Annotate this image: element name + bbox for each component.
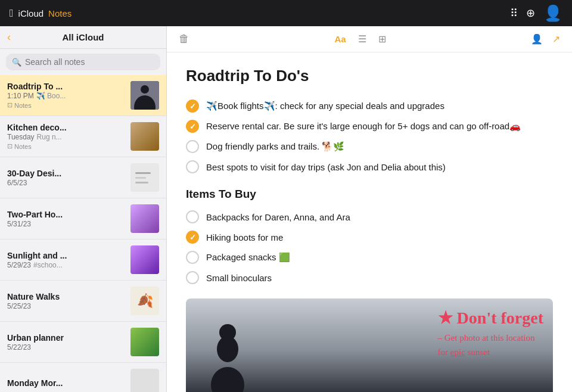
folder-name: Notes: [14, 102, 32, 109]
sidebar: ‹ All iCloud 🔍 Roadtrip To ...1:10 PM ✈️…: [0, 26, 167, 392]
topbar-left:  iCloud Notes: [10, 7, 72, 20]
icloud-label: iCloud: [18, 8, 44, 18]
note-item-content: Two-Part Ho...5/31/23: [7, 210, 125, 228]
svg-point-1: [141, 85, 149, 94]
checkbox-8[interactable]: [186, 271, 199, 284]
note-list-item[interactable]: Urban planner5/22/23: [0, 322, 166, 363]
items-to-buy-title: Items To Buy: [186, 188, 553, 201]
note-image: ★ Don't forget – Get photo at this locat…: [186, 298, 553, 392]
note-toolbar: 🗑 Aa ☰ ⊞ 👤 ↗: [167, 26, 572, 52]
note-item-meta: 5/29/23 #schoo...: [7, 261, 125, 269]
note-item-meta: 5/25/23: [7, 302, 125, 310]
search-input[interactable]: [25, 57, 154, 67]
table-button[interactable]: ⊞: [378, 33, 386, 45]
grid-icon[interactable]: ⠿: [510, 7, 518, 20]
check-text-6: Hiking boots for me: [206, 232, 283, 242]
note-item-preview: #schoo...: [33, 261, 63, 269]
note-item-title: Monday Mor...: [7, 378, 125, 388]
checkbox-4[interactable]: [186, 160, 199, 173]
share-button[interactable]: 👤: [531, 33, 543, 45]
note-thumbnail: [130, 369, 159, 392]
checkbox-3[interactable]: [186, 140, 199, 153]
check-text-3: Dog friendly parks and trails. 🐕🌿: [206, 141, 344, 152]
note-thumbnail: [130, 81, 159, 110]
apple-logo-icon: : [10, 7, 14, 20]
main-layout: ‹ All iCloud 🔍 Roadtrip To ...1:10 PM ✈️…: [0, 26, 572, 392]
list-format-button[interactable]: ☰: [358, 33, 366, 45]
note-item-content: 30-Day Desi...6/5/23: [7, 169, 125, 187]
note-item-date: 5/22/23: [7, 343, 31, 351]
note-item-content: Monday Mor...: [7, 378, 125, 388]
check-text-2: Reserve rental car. Be sure it's large e…: [206, 121, 521, 132]
note-list-item[interactable]: Two-Part Ho...5/31/23: [0, 198, 166, 239]
sidebar-title: All iCloud: [63, 32, 104, 42]
checkbox-7[interactable]: [186, 251, 199, 264]
checklist-section-2: Backpacks for Daren, Anna, and Ara Hikin…: [186, 210, 553, 284]
check-item: Reserve rental car. Be sure it's large e…: [186, 120, 553, 133]
note-item-meta: 6/5/23: [7, 179, 125, 187]
dont-forget-sub-text: – Get photo at this locationfor epic sun…: [438, 331, 543, 359]
note-list-item[interactable]: Nature Walks5/25/23🍂: [0, 281, 166, 322]
checkbox-2[interactable]: [186, 120, 199, 133]
delete-button[interactable]: 🗑: [179, 33, 189, 45]
note-list-item[interactable]: Kitchen deco...Tuesday Rug n...⊡Notes: [0, 116, 166, 157]
note-item-date: Tuesday: [7, 133, 35, 141]
avatar-icon[interactable]: 👤: [543, 4, 562, 23]
check-item: Packaged snacks 🟩: [186, 251, 553, 264]
note-item-date: 1:10 PM: [7, 92, 34, 100]
format-text-button[interactable]: Aa: [334, 34, 346, 44]
note-item-content: Sunlight and ...5/29/23 #schoo...: [7, 251, 125, 269]
check-item: Small binoculars: [186, 271, 553, 284]
checkbox-1[interactable]: [186, 99, 199, 113]
note-item-content: Roadtrip To ...1:10 PM ✈️ Boo...⊡Notes: [7, 82, 125, 109]
note-thumbnail: [130, 204, 159, 233]
search-bar[interactable]: 🔍: [6, 54, 160, 70]
toolbar-right: 👤 ↗: [531, 33, 560, 45]
dont-forget-main-text: ★ Don't forget: [438, 308, 543, 328]
topbar:  iCloud Notes ⠿ ⊕ 👤: [0, 0, 572, 26]
add-note-icon[interactable]: ⊕: [526, 7, 535, 20]
note-item-meta: 1:10 PM ✈️ Boo...: [7, 92, 125, 100]
note-item-title: Nature Walks: [7, 292, 125, 301]
note-item-content: Nature Walks5/25/23: [7, 292, 125, 310]
checkbox-5[interactable]: [186, 210, 199, 223]
dont-forget-overlay: ★ Don't forget – Get photo at this locat…: [438, 308, 543, 359]
note-item-content: Urban planner5/22/23: [7, 333, 125, 351]
note-body: Roadtrip To Do's ✈️Book flights✈️: check…: [167, 52, 572, 392]
svg-point-4: [219, 324, 236, 341]
note-list-item[interactable]: Sunlight and ...5/29/23 #schoo...: [0, 239, 166, 281]
topbar-right: ⠿ ⊕ 👤: [510, 4, 562, 23]
note-item-date: 6/5/23: [7, 179, 27, 187]
export-button[interactable]: ↗: [552, 33, 560, 45]
note-item-folder: ⊡Notes: [7, 101, 125, 109]
checkbox-6[interactable]: [186, 231, 199, 244]
svg-point-5: [211, 367, 244, 392]
notes-list: Roadtrip To ...1:10 PM ✈️ Boo...⊡NotesKi…: [0, 75, 166, 392]
note-thumbnail: [130, 245, 159, 274]
folder-icon: ⊡: [7, 101, 13, 109]
note-item-title: Two-Part Ho...: [7, 210, 125, 219]
note-item-date: 5/29/23: [7, 261, 31, 269]
folder-name: Notes: [14, 143, 32, 150]
check-text-5: Backpacks for Daren, Anna, and Ara: [206, 212, 350, 222]
note-list-item[interactable]: Monday Mor...: [0, 363, 166, 392]
note-item-preview: ✈️ Boo...: [36, 92, 66, 100]
check-item: Backpacks for Daren, Anna, and Ara: [186, 210, 553, 223]
note-thumbnail: [130, 163, 159, 192]
search-icon: 🔍: [12, 58, 21, 67]
note-item-title: Roadtrip To ...: [7, 82, 125, 91]
note-thumbnail: [130, 328, 159, 356]
note-thumbnail: 🍂: [130, 287, 159, 315]
check-text-8: Small binoculars: [206, 273, 272, 283]
note-list-item[interactable]: 30-Day Desi...6/5/23: [0, 157, 166, 198]
note-item-title: Kitchen deco...: [7, 123, 125, 132]
note-item-content: Kitchen deco...Tuesday Rug n...⊡Notes: [7, 123, 125, 150]
note-thumbnail: [130, 122, 159, 151]
note-item-title: 30-Day Desi...: [7, 169, 125, 178]
back-button[interactable]: ‹: [7, 31, 11, 43]
note-item-preview: Rug n...: [37, 133, 62, 141]
check-text-4: Best spots to visit for day trips (ask J…: [206, 162, 446, 172]
note-item-meta: Tuesday Rug n...: [7, 133, 125, 141]
folder-icon: ⊡: [7, 142, 13, 150]
note-list-item[interactable]: Roadtrip To ...1:10 PM ✈️ Boo...⊡Notes: [0, 75, 166, 116]
